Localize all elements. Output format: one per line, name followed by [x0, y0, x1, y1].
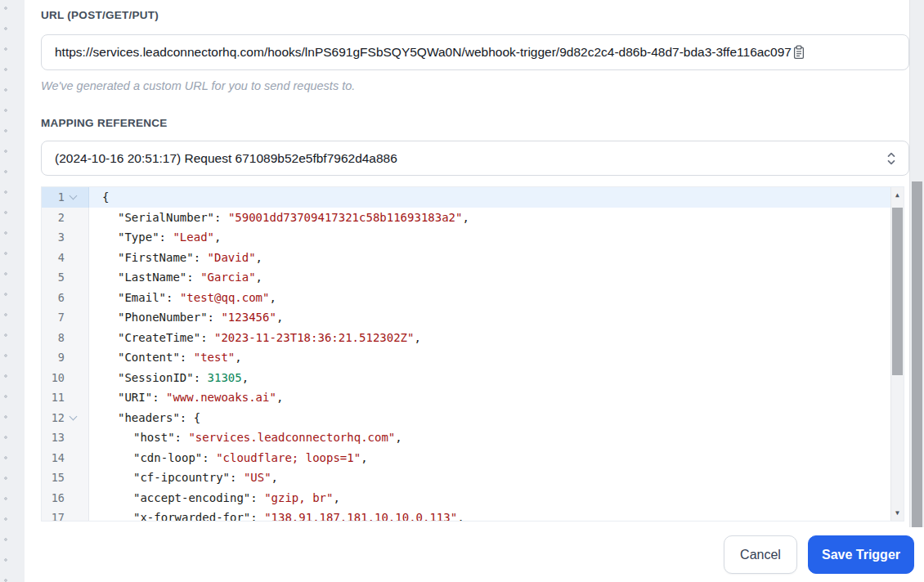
copy-url-icon[interactable]	[792, 45, 805, 60]
code-line-content[interactable]: "cf-ipcountry": "US",	[89, 468, 278, 488]
editor-line-2[interactable]: 2"SerialNumber": "59001dd73709417321c58b…	[42, 208, 890, 228]
line-number: 16	[42, 488, 65, 508]
code-token: :	[194, 371, 208, 384]
code-line-content[interactable]: "SessionID": 31305,	[89, 368, 249, 388]
code-token: "accept-encoding"	[133, 491, 250, 504]
editor-line-11[interactable]: 11"URI": "www.newoaks.ai",	[42, 387, 890, 408]
editor-lines: 1{2"SerialNumber": "59001dd73709417321c5…	[42, 187, 890, 522]
editor-line-6[interactable]: 6"Email": "test@qq.com",	[42, 288, 890, 308]
editor-line-3[interactable]: 3"Type": "Lead",	[42, 227, 890, 248]
editor-line-14[interactable]: 14"cdn-loop": "cloudflare; loops=1",	[42, 448, 890, 468]
code-token: "cloudflare; loops=1"	[216, 451, 361, 464]
code-token: ,	[269, 291, 276, 304]
select-updown-chevron-icon	[886, 150, 897, 168]
line-number: 4	[42, 248, 65, 268]
editor-line-12[interactable]: 12"headers": {	[42, 408, 890, 428]
line-number: 8	[42, 328, 65, 348]
editor-line-17[interactable]: 17"x-forwarded-for": "138.91.187.181,10.…	[42, 508, 890, 522]
line-number: 12	[42, 408, 65, 428]
url-input[interactable]: https://services.leadconnectorhq.com/hoo…	[41, 34, 909, 70]
code-token: ,	[414, 331, 420, 344]
line-number: 1	[42, 187, 65, 208]
code-token: "2023-11-23T18:36:21.512302Z"	[214, 331, 414, 344]
code-line-content[interactable]: "FirstName": "David",	[89, 248, 262, 268]
code-line-content[interactable]: "x-forwarded-for": "138.91.187.181,10.10…	[89, 508, 464, 522]
editor-scrollbar[interactable]: ▲ ▼	[890, 187, 904, 521]
editor-line-1[interactable]: 1{	[42, 187, 890, 208]
code-token: "SessionID"	[118, 371, 194, 384]
code-token: ,	[333, 491, 339, 504]
fold-chevron-icon[interactable]	[69, 412, 77, 420]
editor-gutter: 2	[42, 208, 89, 228]
code-token: ,	[214, 231, 221, 244]
code-token: :	[159, 231, 173, 244]
code-token: "Content"	[118, 351, 180, 364]
code-token: "cf-ipcountry"	[133, 471, 230, 484]
fold-chevron-icon[interactable]	[69, 192, 77, 200]
editor-line-16[interactable]: 16"accept-encoding": "gzip, br",	[42, 488, 890, 508]
code-token: :	[180, 351, 194, 364]
editor-line-7[interactable]: 7"PhoneNumber": "123456",	[42, 307, 890, 328]
json-code-editor[interactable]: 1{2"SerialNumber": "59001dd73709417321c5…	[41, 186, 904, 522]
code-line-content[interactable]: "headers": {	[89, 408, 200, 428]
code-token: "David"	[208, 251, 256, 264]
webhook-trigger-modal: URL (POST/GET/PUT) https://services.lead…	[0, 0, 924, 582]
url-value: https://services.leadconnectorhq.com/hoo…	[55, 45, 792, 60]
code-line-content[interactable]: "LastName": "Garcia",	[89, 267, 262, 288]
code-token: ,	[361, 451, 367, 464]
editor-line-5[interactable]: 5"LastName": "Garcia",	[42, 267, 890, 288]
line-number: 6	[42, 288, 65, 308]
code-token: : {	[180, 411, 200, 424]
line-number: 14	[42, 448, 65, 468]
mapping-reference-select[interactable]: (2024-10-16 20:51:17) Request 671089b52e…	[41, 141, 909, 176]
code-token: "FirstName"	[118, 251, 194, 264]
cancel-button[interactable]: Cancel	[724, 535, 797, 574]
code-token: {	[102, 190, 109, 204]
code-line-content[interactable]: "URI": "www.newoaks.ai",	[89, 387, 283, 408]
line-number: 5	[42, 267, 65, 288]
code-token: :	[250, 491, 264, 504]
code-line-content[interactable]: "Type": "Lead",	[89, 227, 221, 248]
code-token: ,	[462, 211, 469, 224]
code-token: ,	[235, 351, 241, 364]
code-line-content[interactable]: "cdn-loop": "cloudflare; loops=1",	[89, 448, 368, 468]
code-line-content[interactable]: "host": "services.leadconnectorhq.com",	[89, 428, 402, 448]
code-line-content[interactable]: "SerialNumber": "59001dd73709417321c58b1…	[89, 208, 469, 228]
editor-gutter: 14	[42, 448, 89, 468]
editor-line-15[interactable]: 15"cf-ipcountry": "US",	[42, 468, 890, 488]
code-token: "123456"	[221, 311, 276, 324]
code-token: "Email"	[118, 291, 166, 304]
modal-body-scrollbar[interactable]	[909, 0, 924, 527]
editor-line-10[interactable]: 10"SessionID": 31305,	[42, 368, 890, 388]
editor-gutter: 4	[42, 248, 89, 268]
code-line-content[interactable]: "accept-encoding": "gzip, br",	[89, 488, 340, 508]
code-token: "gzip, br"	[264, 491, 333, 504]
editor-scrollbar-thumb[interactable]	[892, 208, 903, 375]
editor-scroll-up-icon[interactable]: ▲	[891, 189, 904, 201]
code-token: ,	[242, 371, 249, 384]
code-token: "LastName"	[118, 271, 186, 284]
code-token: "services.leadconnectorhq.com"	[188, 431, 395, 444]
code-token: "59001dd73709417321c58b11693183a2"	[228, 211, 463, 224]
editor-scroll-down-icon[interactable]: ▼	[891, 507, 904, 519]
editor-gutter: 5	[42, 267, 89, 288]
code-token: 31305	[208, 371, 242, 384]
url-label: URL (POST/GET/PUT)	[41, 9, 159, 21]
editor-gutter: 16	[42, 488, 89, 508]
fold-slot	[65, 195, 81, 199]
editor-line-13[interactable]: 13"host": "services.leadconnectorhq.com"…	[42, 428, 890, 448]
code-line-content[interactable]: {	[89, 187, 109, 208]
editor-line-4[interactable]: 4"FirstName": "David",	[42, 248, 890, 268]
code-line-content[interactable]: "Email": "test@qq.com",	[89, 288, 276, 308]
modal-body-scrollbar-thumb[interactable]	[912, 181, 922, 527]
save-trigger-button[interactable]: Save Trigger	[808, 535, 914, 574]
line-number: 17	[42, 508, 65, 522]
code-line-content[interactable]: "CreateTime": "2023-11-23T18:36:21.51230…	[89, 328, 421, 348]
code-line-content[interactable]: "PhoneNumber": "123456",	[89, 307, 283, 328]
code-line-content[interactable]: "Content": "test",	[89, 347, 242, 368]
editor-line-8[interactable]: 8"CreateTime": "2023-11-23T18:36:21.5123…	[42, 328, 890, 348]
code-token: :	[186, 271, 200, 284]
code-token: ,	[256, 271, 262, 284]
editor-gutter: 6	[42, 288, 89, 308]
editor-line-9[interactable]: 9"Content": "test",	[42, 347, 890, 368]
